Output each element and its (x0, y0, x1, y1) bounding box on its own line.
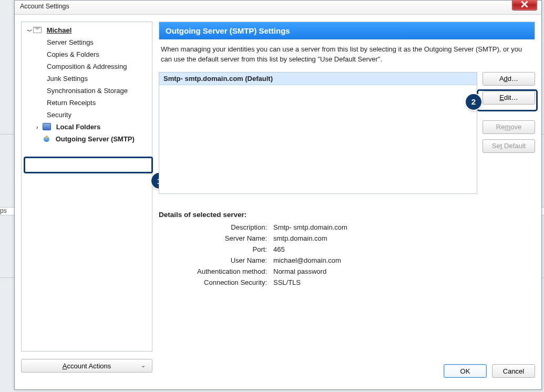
mail-icon (33, 27, 42, 33)
cancel-button[interactable]: Cancel (492, 364, 535, 378)
add-button[interactable]: Add… (483, 72, 535, 86)
tree-item-security[interactable]: Security (22, 109, 152, 121)
chevron-right-icon: › (36, 124, 38, 130)
set-default-button[interactable]: Set Default (483, 139, 535, 153)
details-heading: Details of selected server: (159, 211, 535, 219)
panel-description: When managing your identities you can us… (159, 39, 535, 72)
ok-button[interactable]: OK (444, 364, 487, 378)
tree-item-composition[interactable]: Composition & Addressing (22, 60, 152, 73)
tree-account-root[interactable]: ﹀ Michael (22, 24, 152, 36)
detail-row: Connection Security:SSL/TLS (175, 277, 351, 288)
close-icon (521, 1, 528, 8)
detail-row: Description:Smtp- smtp.domain.com (175, 222, 351, 233)
account-settings-dialog: Account Settings ﹀ Michael Server Settin… (14, 0, 542, 390)
remove-button[interactable]: Remove (483, 120, 535, 134)
tree-item-junk[interactable]: Junk Settings (22, 73, 152, 85)
folder-icon (43, 123, 51, 130)
account-tree[interactable]: ﹀ Michael Server Settings Copies & Folde… (21, 22, 152, 352)
close-button[interactable] (512, 0, 537, 11)
tree-item-sync-storage[interactable]: Synchronisation & Storage (22, 85, 152, 97)
server-list-item-selected[interactable]: Smtp- smtp.domain.com (Default) (159, 73, 477, 85)
annotation-frame-1 (24, 157, 153, 173)
tree-outgoing-smtp[interactable]: Outgoing Server (SMTP) (22, 133, 152, 145)
detail-row: Server Name:smtp.domain.com (175, 233, 351, 244)
settings-panel: Outgoing Server (SMTP) Settings When man… (159, 22, 535, 352)
smtp-server-list[interactable]: Smtp- smtp.domain.com (Default) (159, 72, 477, 194)
account-actions-button[interactable]: Account Actions ⌄ (21, 359, 152, 373)
detail-row: Port:465 (175, 244, 351, 255)
chevron-down-icon: ⌄ (141, 362, 146, 369)
server-details: Details of selected server: Description:… (159, 211, 535, 288)
tree-item-server-settings[interactable]: Server Settings (22, 36, 152, 48)
smtp-icon (43, 135, 50, 143)
edit-button[interactable]: Edit… (483, 91, 535, 105)
tree-local-folders[interactable]: › Local Folders (22, 121, 152, 133)
detail-row: Authentication method:Normal password (175, 266, 351, 277)
callout-2: 2 (466, 94, 481, 110)
chevron-down-icon: ﹀ (27, 27, 33, 35)
window-title: Account Settings (20, 3, 69, 10)
detail-row: User Name:michael@domain.com (175, 255, 351, 266)
tree-item-copies-folders[interactable]: Copies & Folders (22, 48, 152, 60)
tree-item-return-receipts[interactable]: Return Receipts (22, 97, 152, 109)
titlebar[interactable]: Account Settings (15, 1, 541, 15)
account-name: Michael (47, 26, 72, 34)
panel-heading: Outgoing Server (SMTP) Settings (159, 22, 535, 39)
